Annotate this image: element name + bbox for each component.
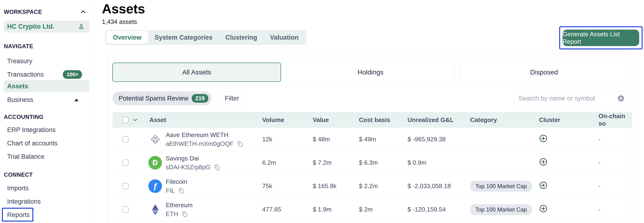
accounting-section-header: ACCOUNTING (4, 114, 90, 120)
value-cell: $ 7.2m (305, 159, 353, 166)
header-value[interactable]: Value (305, 116, 353, 124)
add-to-cluster-icon[interactable] (539, 204, 548, 213)
main-content: Assets 1,434 assets Overview System Cate… (94, 0, 644, 223)
cost-basis-cell: $ 2m (353, 206, 403, 213)
trial-balance-label: Trial Balance (7, 153, 44, 160)
row-checkbox[interactable] (122, 206, 128, 213)
row-checkbox[interactable] (122, 160, 128, 166)
asset-symbol: ETH (166, 210, 178, 218)
copy-icon[interactable] (214, 164, 220, 171)
imports-label: Imports (7, 185, 28, 192)
volume-cell: 75k (255, 182, 305, 190)
transactions-count-badge: 100+ (63, 70, 82, 79)
add-to-cluster-icon[interactable] (539, 158, 548, 166)
table-row: Đ Savings Dai sDAI-KSZrp8pG 6.2m $ 7.2m … (112, 151, 632, 175)
filter-button[interactable]: Filter (218, 91, 246, 105)
unrealized-gl-cell: $ -965,929.38 (403, 136, 465, 143)
workspace-label: WORKSPACE (4, 9, 42, 15)
asset-count: 1,434 assets (102, 18, 137, 26)
unrealized-gl-cell: $ -2,033,058.18 (403, 182, 465, 190)
sidebar-item-transactions[interactable]: Transactions 100+ (4, 69, 90, 80)
chevron-down-icon[interactable] (132, 117, 138, 123)
volume-cell: 477.85 (255, 206, 305, 213)
scope-holdings[interactable]: Holdings (286, 63, 455, 82)
value-cell: $ 48m (305, 136, 353, 143)
onchain-source-cell: - (581, 182, 632, 190)
workspace-section-header[interactable]: WORKSPACE (4, 9, 90, 15)
scope-disposed[interactable]: Disposed (460, 63, 628, 82)
sidebar-item-imports[interactable]: Imports (4, 182, 90, 194)
sidebar-item-business[interactable]: Business (4, 94, 90, 105)
table-row: Aave Ethereum WETH aEthWETH-mXm0gOQF 12k… (112, 128, 632, 151)
transactions-label: Transactions (7, 71, 44, 78)
connect-section-header: CONNECT (4, 171, 90, 178)
asset-name: Aave Ethereum WETH (166, 131, 244, 139)
copy-icon[interactable] (178, 187, 185, 194)
sidebar-item-erp-integrations[interactable]: ERP Integrations (4, 124, 90, 136)
copy-icon[interactable] (181, 210, 188, 217)
potential-spams-review-button[interactable]: Potential Spams Review 219 (112, 91, 212, 105)
search-input[interactable] (518, 95, 617, 102)
add-to-cluster-icon[interactable] (539, 134, 548, 143)
clear-search-icon[interactable] (617, 95, 624, 102)
value-cell: $ 1.9m (305, 206, 353, 213)
add-to-cluster-icon[interactable] (539, 181, 548, 190)
filter-row: Potential Spams Review 219 Filter (112, 91, 628, 105)
accounting-label: ACCOUNTING (4, 114, 44, 120)
value-cell: $ 165.8k (305, 182, 353, 190)
dai-icon: Đ (148, 156, 162, 170)
onchain-source-cell: - (581, 136, 632, 143)
sidebar-item-assets[interactable]: Assets (4, 80, 90, 92)
select-all-checkbox[interactable] (122, 117, 128, 123)
unrealized-gl-cell: $ -120,159.54 (403, 206, 465, 213)
sidebar-item-integrations[interactable]: Integrations (4, 196, 90, 207)
chevron-up-icon[interactable] (80, 8, 87, 16)
tab-valuation[interactable]: Valuation (264, 30, 305, 45)
aave-weth-icon (148, 133, 162, 146)
header-asset[interactable]: Asset (146, 116, 255, 124)
connect-label: CONNECT (4, 171, 33, 178)
tab-system-categories[interactable]: System Categories (148, 30, 219, 45)
scope-selector: All Assets Holdings Disposed (112, 63, 628, 82)
header-cost-basis[interactable]: Cost basis (353, 116, 403, 124)
tab-overview[interactable]: Overview (106, 31, 148, 44)
asset-symbol: aEthWETH-mXm0gOQF (166, 140, 234, 148)
tab-clustering[interactable]: Clustering (219, 30, 264, 45)
copy-icon[interactable] (236, 140, 244, 147)
table-row: ƒ Filecoin FIL 75k $ 165.8k $ 2.2m $ -2,… (112, 175, 632, 198)
header-onchain-source[interactable]: On-chain so (581, 113, 632, 127)
table-header-row: Asset Volume Value Cost basis Unrealized… (112, 112, 632, 128)
row-checkbox[interactable] (122, 183, 128, 189)
sidebar: WORKSPACE HC Cryptio Ltd. NAVIGATE Treas… (0, 0, 94, 223)
assets-panel: All Assets Holdings Disposed Potential S… (108, 53, 632, 223)
workspace-selector[interactable]: HC Cryptio Ltd. (4, 21, 90, 33)
ethereum-icon (148, 203, 162, 216)
spam-review-label: Potential Spams Review (118, 95, 188, 102)
unrealized-gl-cell: $ 0.9m (403, 159, 465, 166)
header-cluster[interactable]: Cluster (522, 116, 581, 124)
header-volume[interactable]: Volume (255, 116, 305, 124)
filecoin-icon: ƒ (148, 179, 162, 193)
header-category[interactable]: Category (465, 116, 522, 124)
asset-name: Ethereum (166, 201, 193, 209)
onchain-source-cell: - (581, 159, 632, 166)
erp-integrations-label: ERP Integrations (7, 126, 56, 134)
sidebar-item-reports[interactable]: Reports (4, 209, 90, 220)
header-unrealized-gl[interactable]: Unrealized G&L (403, 116, 465, 124)
workspace-name: HC Cryptio Ltd. (7, 23, 54, 30)
collapse-triangle-icon[interactable] (74, 99, 78, 101)
treasury-label: Treasury (7, 58, 32, 65)
user-icon (78, 23, 85, 30)
assets-page: WORKSPACE HC Cryptio Ltd. NAVIGATE Treas… (0, 0, 644, 223)
sidebar-item-treasury[interactable]: Treasury (4, 55, 90, 67)
tab-bar: Overview System Categories Clustering Va… (105, 30, 306, 45)
scope-all-assets[interactable]: All Assets (112, 63, 281, 82)
row-checkbox[interactable] (122, 136, 128, 143)
reports-label: Reports (7, 211, 30, 219)
sidebar-item-trial-balance[interactable]: Trial Balance (4, 151, 90, 162)
generate-assets-list-report-button[interactable]: Generate Assets List Report (562, 30, 639, 46)
search-box (514, 91, 628, 105)
cost-basis-cell: $ 6.3m (353, 159, 403, 166)
table-row: Ethereum ETH 477.85 $ 1.9m $ 2m $ -120,1… (112, 198, 632, 221)
sidebar-item-chart-of-accounts[interactable]: Chart of accounts (4, 138, 90, 149)
